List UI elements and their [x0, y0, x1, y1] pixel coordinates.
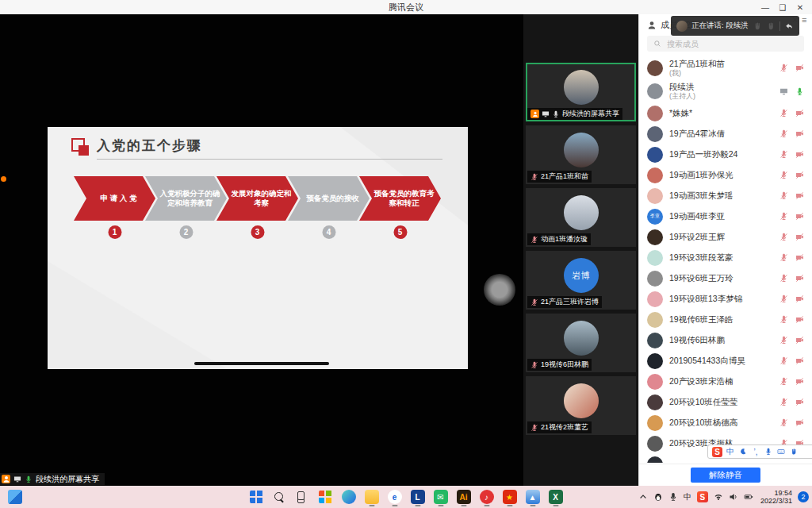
- taskbar-app-icon[interactable]: [363, 487, 381, 506]
- member-icon: [647, 21, 657, 30]
- member-name: 20产设3班宋浩楠: [669, 376, 773, 387]
- member-row[interactable]: 19环设8班13李梦锦: [639, 289, 812, 310]
- avatar: 李亚: [647, 209, 663, 225]
- reply-arrow-icon[interactable]: [784, 21, 794, 31]
- member-row[interactable]: 20环设10班杨德高: [639, 413, 812, 433]
- sogou-tool-icon[interactable]: [802, 448, 810, 456]
- avatar: [647, 456, 663, 463]
- video-thumbnail[interactable]: 19视传6田林鹏: [526, 314, 636, 372]
- video-thumbnail[interactable]: 动画1班潘汝璇: [526, 188, 636, 247]
- taskbar-app-icon[interactable]: L: [409, 487, 427, 506]
- member-row[interactable]: 20190541433向博昊: [639, 351, 812, 371]
- battery-icon[interactable]: [744, 492, 753, 502]
- member-status-icons: [779, 212, 804, 221]
- sogou-tray-icon[interactable]: S: [697, 491, 708, 502]
- running-indicator: [369, 505, 374, 506]
- member-row[interactable]: 20产设3班宋浩楠: [639, 371, 812, 392]
- shared-screen-area: 入党的五个步骤 申 请 入 党 1 入党积极分子的确定和培养教育: [0, 14, 523, 486]
- step-number-badge: 3: [251, 225, 264, 239]
- sogou-tool-icon[interactable]: ’,: [752, 448, 760, 456]
- screen: 腾讯会议 — ❑ ✕ 入党的五个步骤: [0, 0, 812, 508]
- avatar: [647, 83, 663, 99]
- microphone-tray-icon[interactable]: [668, 492, 678, 502]
- sogou-tool-icon[interactable]: [777, 448, 785, 456]
- member-name: 19环设2班王辉: [669, 232, 773, 242]
- member-row[interactable]: 20环设10班任莹莹: [639, 392, 812, 413]
- mic-muted-icon: [779, 377, 788, 386]
- panel-menu-icon[interactable]: ≡: [802, 16, 806, 25]
- thumbnail-label: 21产品1班和苗: [527, 171, 592, 183]
- member-text: 19视传6班王泽皓: [669, 314, 773, 325]
- member-row[interactable]: 19产品4霍冰倩: [639, 124, 812, 144]
- taskbar-app-icon[interactable]: [340, 487, 358, 506]
- member-row[interactable]: *姝姝*: [639, 103, 812, 124]
- taskbar-app-icon[interactable]: e: [386, 487, 404, 506]
- sogou-logo-icon[interactable]: S: [712, 447, 722, 457]
- member-row[interactable]: 19视传6田林鹏: [639, 330, 812, 351]
- video-thumbnail[interactable]: 21产品1班和苗: [526, 125, 636, 184]
- qq-penguin-icon[interactable]: [653, 492, 663, 502]
- taskbar-app-icon[interactable]: [294, 487, 312, 506]
- taskbar-app-icon[interactable]: ▲: [524, 487, 542, 506]
- minimize-button[interactable]: —: [756, 3, 774, 12]
- member-status-icons: [779, 398, 804, 406]
- member-status-icons: [779, 129, 804, 138]
- mic-muted-icon: [779, 109, 788, 117]
- taskbar-app-icon[interactable]: [271, 487, 289, 506]
- volume-icon[interactable]: [729, 492, 738, 502]
- taskbar: e L ✉ Ai ♪: [0, 486, 812, 508]
- clock[interactable]: 19:54 2022/3/31: [760, 489, 792, 506]
- ime-indicator[interactable]: 中: [684, 491, 691, 502]
- avatar: [647, 291, 663, 307]
- raise-hand-icon[interactable]: [753, 21, 762, 31]
- members-list: 21产品1班和苗 (我): [639, 56, 812, 463]
- member-row[interactable]: 19产品一班孙毅24: [639, 144, 812, 165]
- avatar: [564, 133, 599, 167]
- member-row[interactable]: 21产品1班和苗 (我): [639, 56, 812, 79]
- sogou-tool-icon[interactable]: [764, 448, 772, 456]
- unmute-button[interactable]: 解除静音: [691, 468, 760, 483]
- avatar: [647, 436, 663, 452]
- member-row[interactable]: 19视传6班王泽皓: [639, 310, 812, 330]
- member-text: 段续洪 (主持人): [669, 82, 773, 100]
- sogou-tool-icon[interactable]: [790, 448, 798, 456]
- member-row[interactable]: 19环设6班王万玲: [639, 268, 812, 289]
- member-text: 19动画4班李亚: [669, 211, 773, 221]
- member-row[interactable]: 19环设2班王辉: [639, 227, 812, 248]
- taskbar-app-icon[interactable]: Ai: [455, 487, 473, 506]
- maximize-button[interactable]: ❑: [774, 3, 791, 12]
- member-status-icons: [779, 87, 804, 96]
- member-row[interactable]: 李亚 19动画4班李亚: [639, 206, 812, 227]
- taskbar-app-icon[interactable]: [248, 487, 266, 506]
- avatar: [564, 383, 599, 418]
- step-label: 入党积极分子的确定和培养教育: [159, 189, 220, 209]
- camera-off-icon: [795, 129, 804, 138]
- camera-off-icon: [795, 233, 804, 241]
- member-status-icons: [779, 315, 804, 324]
- video-thumbnail[interactable]: 21视传2班董艺: [526, 376, 636, 435]
- video-thumbnail[interactable]: 岩博 21产品三班许岩博: [526, 251, 636, 310]
- member-row[interactable]: 段续洪 (主持人): [639, 79, 812, 102]
- member-search[interactable]: [647, 36, 804, 52]
- taskbar-app-icon[interactable]: X: [547, 487, 565, 506]
- hidden-icons-chevron[interactable]: [638, 492, 648, 502]
- sogou-tool-icon[interactable]: 中: [726, 446, 734, 457]
- member-row[interactable]: 19动画3班朱梦瑶: [639, 186, 812, 206]
- taskbar-app-icon[interactable]: ★: [501, 487, 519, 506]
- screen-share-icon: [779, 87, 788, 96]
- member-row[interactable]: 19环设3班段茗豪: [639, 248, 812, 268]
- taskbar-app-icon[interactable]: ♪: [478, 487, 496, 506]
- slide-decoration: [48, 242, 254, 369]
- sogou-toolbar[interactable]: S 中’,: [707, 444, 812, 459]
- wifi-icon[interactable]: [714, 492, 723, 502]
- taskbar-app-icon[interactable]: [317, 487, 335, 506]
- video-thumbnail[interactable]: 段续洪的屏幕共享: [526, 63, 636, 121]
- close-button[interactable]: ✕: [791, 3, 809, 12]
- search-input[interactable]: [665, 39, 784, 49]
- taskbar-app-icon[interactable]: ✉: [432, 487, 450, 506]
- notification-badge[interactable]: 2: [798, 491, 809, 502]
- members-panel: 成员(125) 21产品1班和苗 (我): [638, 14, 812, 486]
- raise-hand-icon[interactable]: [766, 21, 776, 31]
- member-row[interactable]: 19动画1班孙保光: [639, 165, 812, 186]
- sogou-tool-icon[interactable]: [739, 448, 747, 456]
